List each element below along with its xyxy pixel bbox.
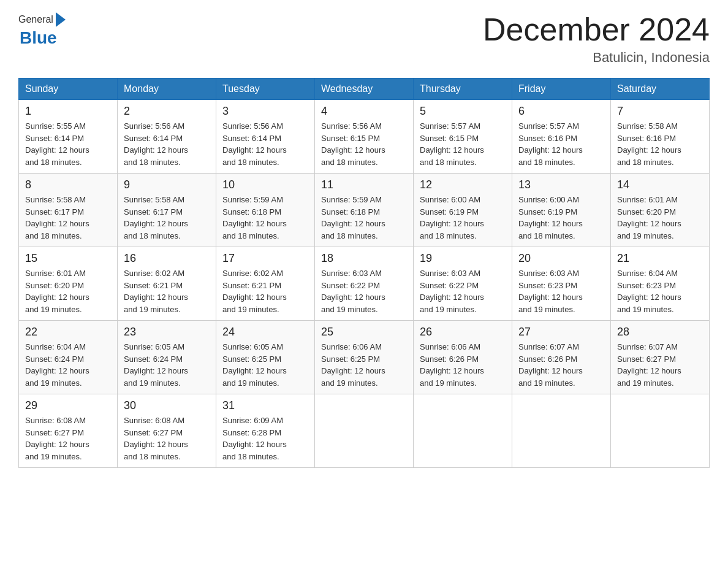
calendar-day-cell: 4Sunrise: 5:56 AMSunset: 6:15 PMDaylight… xyxy=(315,100,414,174)
day-number: 21 xyxy=(617,252,703,265)
day-number: 1 xyxy=(25,105,111,118)
calendar-day-header: Thursday xyxy=(414,79,512,100)
day-info: Sunrise: 6:07 AMSunset: 6:26 PMDaylight:… xyxy=(518,341,604,389)
calendar-day-header: Sunday xyxy=(19,79,118,100)
day-number: 20 xyxy=(518,252,604,265)
calendar-day-cell: 2Sunrise: 5:56 AMSunset: 6:14 PMDaylight… xyxy=(118,100,216,174)
day-info: Sunrise: 6:04 AMSunset: 6:24 PMDaylight:… xyxy=(25,341,111,389)
day-info: Sunrise: 5:59 AMSunset: 6:18 PMDaylight:… xyxy=(321,194,407,242)
day-info: Sunrise: 6:02 AMSunset: 6:21 PMDaylight:… xyxy=(222,267,308,315)
day-number: 26 xyxy=(420,326,506,339)
day-info: Sunrise: 6:08 AMSunset: 6:27 PMDaylight:… xyxy=(124,415,210,462)
calendar-day-cell: 25Sunrise: 6:06 AMSunset: 6:25 PMDayligh… xyxy=(315,321,414,394)
day-number: 3 xyxy=(222,105,308,118)
day-info: Sunrise: 6:06 AMSunset: 6:25 PMDaylight:… xyxy=(321,341,407,389)
logo: General Blue xyxy=(18,12,66,48)
title-section: December 2024 Batulicin, Indonesia xyxy=(483,12,710,66)
calendar-day-cell: 19Sunrise: 6:03 AMSunset: 6:22 PMDayligh… xyxy=(414,247,512,321)
calendar-day-cell: 29Sunrise: 6:08 AMSunset: 6:27 PMDayligh… xyxy=(19,394,118,468)
day-info: Sunrise: 5:59 AMSunset: 6:18 PMDaylight:… xyxy=(222,194,308,242)
day-info: Sunrise: 5:56 AMSunset: 6:14 PMDaylight:… xyxy=(124,120,210,168)
calendar-table: SundayMondayTuesdayWednesdayThursdayFrid… xyxy=(18,78,710,468)
day-info: Sunrise: 6:05 AMSunset: 6:25 PMDaylight:… xyxy=(222,341,308,389)
day-number: 15 xyxy=(25,252,111,265)
calendar-day-cell: 20Sunrise: 6:03 AMSunset: 6:23 PMDayligh… xyxy=(512,247,611,321)
day-number: 23 xyxy=(124,326,210,339)
calendar-day-cell: 18Sunrise: 6:03 AMSunset: 6:22 PMDayligh… xyxy=(315,247,414,321)
day-number: 7 xyxy=(617,105,703,118)
day-number: 13 xyxy=(518,178,604,191)
day-number: 6 xyxy=(518,105,604,118)
day-info: Sunrise: 6:09 AMSunset: 6:28 PMDaylight:… xyxy=(222,415,308,462)
day-number: 27 xyxy=(518,326,604,339)
page-header: General Blue December 2024 Batulicin, In… xyxy=(18,12,710,66)
calendar-day-cell: 13Sunrise: 6:00 AMSunset: 6:19 PMDayligh… xyxy=(512,174,611,247)
calendar-day-cell: 5Sunrise: 5:57 AMSunset: 6:15 PMDaylight… xyxy=(414,100,512,174)
day-info: Sunrise: 5:57 AMSunset: 6:15 PMDaylight:… xyxy=(420,120,506,168)
calendar-day-cell xyxy=(315,394,414,468)
calendar-day-cell: 12Sunrise: 6:00 AMSunset: 6:19 PMDayligh… xyxy=(414,174,512,247)
calendar-day-header: Friday xyxy=(512,79,611,100)
day-number: 8 xyxy=(25,178,111,191)
calendar-day-cell: 21Sunrise: 6:04 AMSunset: 6:23 PMDayligh… xyxy=(611,247,710,321)
calendar-day-cell: 17Sunrise: 6:02 AMSunset: 6:21 PMDayligh… xyxy=(216,247,315,321)
day-number: 5 xyxy=(420,105,506,118)
calendar-day-cell: 24Sunrise: 6:05 AMSunset: 6:25 PMDayligh… xyxy=(216,321,315,394)
day-number: 14 xyxy=(617,178,703,191)
day-info: Sunrise: 6:00 AMSunset: 6:19 PMDaylight:… xyxy=(518,194,604,242)
calendar-day-cell: 31Sunrise: 6:09 AMSunset: 6:28 PMDayligh… xyxy=(216,394,315,468)
calendar-day-cell: 22Sunrise: 6:04 AMSunset: 6:24 PMDayligh… xyxy=(19,321,118,394)
day-number: 2 xyxy=(124,105,210,118)
calendar-day-cell xyxy=(611,394,710,468)
calendar-day-cell: 14Sunrise: 6:01 AMSunset: 6:20 PMDayligh… xyxy=(611,174,710,247)
calendar-week-row: 15Sunrise: 6:01 AMSunset: 6:20 PMDayligh… xyxy=(19,247,710,321)
calendar-day-cell: 8Sunrise: 5:58 AMSunset: 6:17 PMDaylight… xyxy=(19,174,118,247)
calendar-week-row: 1Sunrise: 5:55 AMSunset: 6:14 PMDaylight… xyxy=(19,100,710,174)
day-info: Sunrise: 6:05 AMSunset: 6:24 PMDaylight:… xyxy=(124,341,210,389)
calendar-day-cell: 3Sunrise: 5:56 AMSunset: 6:14 PMDaylight… xyxy=(216,100,315,174)
day-number: 28 xyxy=(617,326,703,339)
calendar-day-cell: 10Sunrise: 5:59 AMSunset: 6:18 PMDayligh… xyxy=(216,174,315,247)
day-number: 31 xyxy=(222,399,308,412)
day-info: Sunrise: 5:55 AMSunset: 6:14 PMDaylight:… xyxy=(25,120,111,168)
calendar-day-header: Tuesday xyxy=(216,79,315,100)
day-info: Sunrise: 6:01 AMSunset: 6:20 PMDaylight:… xyxy=(25,267,111,315)
day-info: Sunrise: 6:03 AMSunset: 6:23 PMDaylight:… xyxy=(518,267,604,315)
logo-blue-text: Blue xyxy=(20,28,57,48)
day-info: Sunrise: 6:03 AMSunset: 6:22 PMDaylight:… xyxy=(420,267,506,315)
calendar-day-cell: 26Sunrise: 6:06 AMSunset: 6:26 PMDayligh… xyxy=(414,321,512,394)
calendar-day-cell: 1Sunrise: 5:55 AMSunset: 6:14 PMDaylight… xyxy=(19,100,118,174)
day-info: Sunrise: 6:00 AMSunset: 6:19 PMDaylight:… xyxy=(420,194,506,242)
calendar-week-row: 8Sunrise: 5:58 AMSunset: 6:17 PMDaylight… xyxy=(19,174,710,247)
day-number: 29 xyxy=(25,399,111,412)
calendar-day-cell: 7Sunrise: 5:58 AMSunset: 6:16 PMDaylight… xyxy=(611,100,710,174)
day-info: Sunrise: 6:08 AMSunset: 6:27 PMDaylight:… xyxy=(25,415,111,462)
calendar-day-cell xyxy=(512,394,611,468)
day-number: 12 xyxy=(420,178,506,191)
calendar-day-cell: 11Sunrise: 5:59 AMSunset: 6:18 PMDayligh… xyxy=(315,174,414,247)
day-info: Sunrise: 5:58 AMSunset: 6:16 PMDaylight:… xyxy=(617,120,703,168)
calendar-day-header: Wednesday xyxy=(315,79,414,100)
calendar-day-cell: 28Sunrise: 6:07 AMSunset: 6:27 PMDayligh… xyxy=(611,321,710,394)
calendar-day-cell: 23Sunrise: 6:05 AMSunset: 6:24 PMDayligh… xyxy=(118,321,216,394)
calendar-day-cell: 27Sunrise: 6:07 AMSunset: 6:26 PMDayligh… xyxy=(512,321,611,394)
calendar-day-header: Monday xyxy=(118,79,216,100)
month-title: December 2024 xyxy=(483,12,710,47)
day-number: 24 xyxy=(222,326,308,339)
day-number: 16 xyxy=(124,252,210,265)
calendar-day-cell: 9Sunrise: 5:58 AMSunset: 6:17 PMDaylight… xyxy=(118,174,216,247)
calendar-day-cell: 15Sunrise: 6:01 AMSunset: 6:20 PMDayligh… xyxy=(19,247,118,321)
day-info: Sunrise: 5:58 AMSunset: 6:17 PMDaylight:… xyxy=(124,194,210,242)
day-info: Sunrise: 6:04 AMSunset: 6:23 PMDaylight:… xyxy=(617,267,703,315)
day-number: 10 xyxy=(222,178,308,191)
day-info: Sunrise: 5:56 AMSunset: 6:15 PMDaylight:… xyxy=(321,120,407,168)
calendar-day-cell: 16Sunrise: 6:02 AMSunset: 6:21 PMDayligh… xyxy=(118,247,216,321)
calendar-week-row: 22Sunrise: 6:04 AMSunset: 6:24 PMDayligh… xyxy=(19,321,710,394)
calendar-header-row: SundayMondayTuesdayWednesdayThursdayFrid… xyxy=(19,79,710,100)
calendar-day-cell: 6Sunrise: 5:57 AMSunset: 6:16 PMDaylight… xyxy=(512,100,611,174)
day-number: 17 xyxy=(222,252,308,265)
logo-arrow-icon xyxy=(56,12,66,27)
day-info: Sunrise: 5:56 AMSunset: 6:14 PMDaylight:… xyxy=(222,120,308,168)
day-info: Sunrise: 5:57 AMSunset: 6:16 PMDaylight:… xyxy=(518,120,604,168)
day-info: Sunrise: 6:06 AMSunset: 6:26 PMDaylight:… xyxy=(420,341,506,389)
